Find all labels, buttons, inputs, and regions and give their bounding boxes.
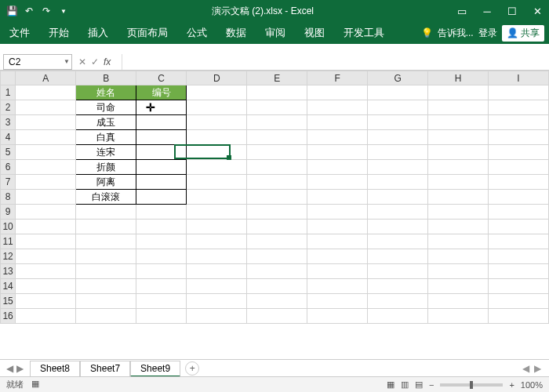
cell-G12[interactable] [368,249,428,264]
cell-H10[interactable] [428,220,489,234]
cell-E9[interactable] [247,205,307,220]
cell-F2[interactable] [307,100,368,115]
cell-G6[interactable] [368,160,428,175]
cell-H2[interactable] [428,100,489,115]
row-header-13[interactable]: 13 [1,264,16,279]
cell-E12[interactable] [247,249,307,264]
cell-G7[interactable] [368,175,428,190]
row-header-5[interactable]: 5 [1,145,16,160]
cell-I15[interactable] [489,294,549,309]
cell-H1[interactable] [428,85,489,100]
cell-D15[interactable] [187,294,247,309]
cell-I2[interactable] [489,100,549,115]
cell-A1[interactable] [16,85,76,100]
col-header-C[interactable]: C [136,71,187,85]
cell-I12[interactable] [489,249,549,264]
row-header-16[interactable]: 16 [1,309,16,324]
cell-D7[interactable] [187,175,247,190]
cell-B2[interactable]: 司命 [76,100,136,115]
fx-icon[interactable]: fx [104,56,111,67]
cell-C14[interactable] [136,279,187,294]
row-header-11[interactable]: 11 [1,234,16,249]
cell-F3[interactable] [307,115,368,130]
cell-G16[interactable] [368,309,428,324]
cell-C11[interactable] [136,234,187,249]
chevron-down-icon[interactable]: ▼ [64,58,70,65]
hscroll-right-icon[interactable]: ▶ [534,363,541,374]
cell-E16[interactable] [247,309,307,324]
cell-C6[interactable] [136,160,187,175]
select-all-corner[interactable] [1,71,16,85]
cell-I6[interactable] [489,160,549,175]
cell-F15[interactable] [307,294,368,309]
tab-view[interactable]: 视图 [295,22,334,44]
row-header-7[interactable]: 7 [1,175,16,190]
row-header-15[interactable]: 15 [1,294,16,309]
macro-icon[interactable]: ▦ [31,379,39,390]
cell-C2[interactable] [136,100,187,115]
cell-I16[interactable] [489,309,549,324]
row-header-6[interactable]: 6 [1,160,16,175]
cell-E15[interactable] [247,294,307,309]
cell-D16[interactable] [187,309,247,324]
enter-icon[interactable]: ✓ [91,56,99,67]
cell-I3[interactable] [489,115,549,130]
cell-A11[interactable] [16,234,76,249]
cell-E6[interactable] [247,160,307,175]
tab-data[interactable]: 数据 [216,22,256,44]
cell-F13[interactable] [307,264,368,279]
cell-F14[interactable] [307,279,368,294]
cell-I8[interactable] [489,190,549,205]
view-pagebreak-icon[interactable]: ▤ [415,379,423,390]
signin-link[interactable]: 登录 [478,27,497,40]
cell-H11[interactable] [428,234,489,249]
cell-B1[interactable]: 姓名 [76,85,136,100]
cell-G13[interactable] [368,264,428,279]
cell-G4[interactable] [368,130,428,145]
view-layout-icon[interactable]: ▥ [401,379,409,390]
row-header-3[interactable]: 3 [1,115,16,130]
cell-E2[interactable] [247,100,307,115]
cell-G9[interactable] [368,205,428,220]
row-header-12[interactable]: 12 [1,249,16,264]
cell-A10[interactable] [16,220,76,234]
cell-H9[interactable] [428,205,489,220]
cell-D9[interactable] [187,205,247,220]
cell-G5[interactable] [368,145,428,160]
cell-A8[interactable] [16,190,76,205]
cell-G14[interactable] [368,279,428,294]
cell-A3[interactable] [16,115,76,130]
close-icon[interactable]: ✕ [525,0,549,22]
cell-I14[interactable] [489,279,549,294]
cell-C12[interactable] [136,249,187,264]
tab-formulas[interactable]: 公式 [177,22,216,44]
cell-G15[interactable] [368,294,428,309]
spreadsheet-grid[interactable]: ABCDEFGHI1姓名编号2司命3成玉4白真5连宋6折颜7阿离8白滚滚9101… [0,71,549,359]
cell-D14[interactable] [187,279,247,294]
undo-icon[interactable]: ↶ [22,4,36,18]
cell-I5[interactable] [489,145,549,160]
cell-F16[interactable] [307,309,368,324]
cell-I1[interactable] [489,85,549,100]
cell-A6[interactable] [16,160,76,175]
sheet-nav-next-icon[interactable]: ▶ [16,363,24,374]
cell-A5[interactable] [16,145,76,160]
cell-H8[interactable] [428,190,489,205]
cell-H6[interactable] [428,160,489,175]
cell-I13[interactable] [489,264,549,279]
row-header-2[interactable]: 2 [1,100,16,115]
cell-E11[interactable] [247,234,307,249]
cell-B4[interactable]: 白真 [76,130,136,145]
cell-F4[interactable] [307,130,368,145]
cell-H12[interactable] [428,249,489,264]
cell-C9[interactable] [136,205,187,220]
col-header-D[interactable]: D [187,71,247,85]
ribbon-options-icon[interactable]: ▭ [450,0,474,22]
cell-H3[interactable] [428,115,489,130]
col-header-H[interactable]: H [428,71,489,85]
cell-F5[interactable] [307,145,368,160]
cell-G1[interactable] [368,85,428,100]
row-header-10[interactable]: 10 [1,220,16,234]
row-header-1[interactable]: 1 [1,85,16,100]
zoom-slider[interactable] [440,383,503,387]
